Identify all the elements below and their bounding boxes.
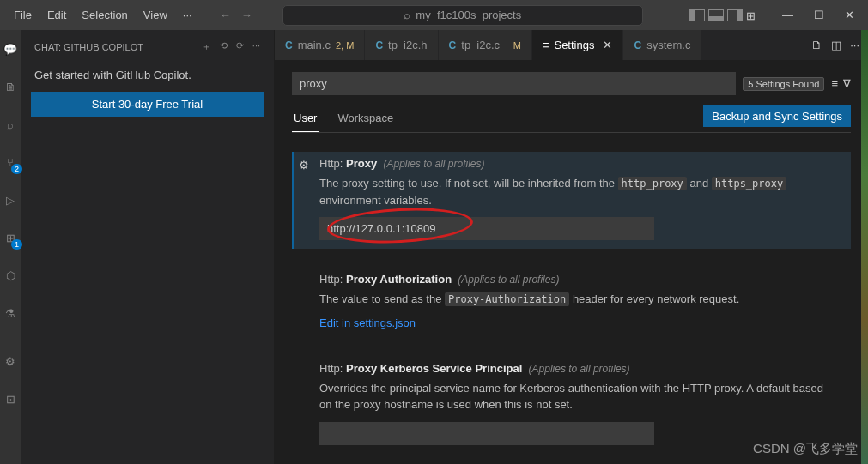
- split-editor-icon[interactable]: ◫: [831, 39, 841, 51]
- tab-tp-i2c-h[interactable]: Ctp_i2c.h: [365, 30, 438, 60]
- open-file-icon[interactable]: 🗋: [811, 39, 822, 51]
- chat-icon[interactable]: 💬: [2, 40, 19, 57]
- setting-name: Proxy Kerberos Service Principal: [346, 362, 522, 375]
- menu-view[interactable]: View: [137, 5, 174, 25]
- remote-icon[interactable]: ⬡: [2, 267, 19, 284]
- desktop-edge: [861, 30, 868, 464]
- edit-in-settings-json-link[interactable]: Edit in settings.json: [319, 316, 416, 329]
- tab-label: tp_i2c.c: [461, 39, 500, 51]
- ext-badge: 1: [11, 239, 22, 250]
- watermark: CSDN @飞多学堂: [753, 441, 858, 457]
- close-icon[interactable]: ✕: [603, 39, 612, 51]
- setting-proxy-authorization: Http: Proxy Authorization (Applies to al…: [292, 268, 851, 338]
- c-file-icon: C: [634, 39, 641, 51]
- git-status: M: [513, 40, 521, 51]
- layout-customize-icon[interactable]: ⊞: [746, 9, 762, 21]
- editor-area: Cmain.c2, M Ctp_i2c.h Ctp_i2c.c M ≡Setti…: [275, 30, 868, 464]
- search-icon: ⌕: [404, 9, 410, 21]
- tab-actions: 🗋 ◫ ···: [803, 30, 868, 60]
- scope-user[interactable]: User: [292, 106, 319, 132]
- backup-sync-button[interactable]: Backup and Sync Settings: [703, 105, 851, 127]
- window-controls: ⊞ — ☐ ✕: [689, 3, 861, 27]
- clear-search-icon[interactable]: ≡: [831, 77, 838, 90]
- maximize-icon[interactable]: ☐: [807, 3, 831, 27]
- new-chat-icon[interactable]: ＋: [202, 40, 211, 53]
- refresh-icon[interactable]: ⟳: [236, 40, 244, 53]
- minimize-icon[interactable]: —: [775, 3, 800, 27]
- title-bar: File Edit Selection View ··· ← → ⌕ my_f1…: [0, 0, 868, 30]
- sidebar-title: CHAT: GITHUB COPILOT: [34, 42, 143, 52]
- run-icon[interactable]: ▷: [2, 191, 19, 208]
- menu-more[interactable]: ···: [176, 5, 199, 25]
- layout-secondary-icon[interactable]: [727, 9, 743, 21]
- command-center-text: my_f1c100s_projects: [416, 9, 521, 21]
- other-icon[interactable]: ⊡: [2, 390, 19, 407]
- setting-description: The proxy setting to use. If not set, wi…: [319, 175, 837, 208]
- tab-settings[interactable]: ≡Settings✕: [532, 30, 624, 60]
- settings-gear-icon[interactable]: ⚙: [2, 353, 19, 370]
- setting-name: Proxy Authorization: [346, 273, 452, 286]
- settings-search-input[interactable]: [292, 72, 736, 95]
- setting-hint: (Applies to all profiles): [458, 274, 559, 286]
- setting-description: Overrides the principal service name for…: [319, 380, 837, 413]
- copilot-message: Get started with GitHub Copilot.: [31, 63, 264, 92]
- kerberos-input[interactable]: [319, 422, 654, 445]
- c-file-icon: C: [449, 39, 457, 51]
- c-file-icon: C: [375, 39, 383, 51]
- code-literal: Proxy-Authorization: [445, 292, 569, 306]
- search-icon[interactable]: ⌕: [2, 116, 19, 133]
- gear-icon[interactable]: ⚙: [299, 159, 309, 172]
- menu-file[interactable]: File: [7, 5, 39, 25]
- nav-back-icon[interactable]: ←: [220, 9, 231, 21]
- menu-selection[interactable]: Selection: [75, 5, 134, 25]
- extensions-icon[interactable]: ⊞1: [2, 229, 19, 246]
- tab-label: main.c: [298, 39, 331, 51]
- http-proxy-input[interactable]: [319, 217, 654, 240]
- more-actions-icon[interactable]: ···: [850, 39, 859, 51]
- scm-badge: 2: [11, 164, 22, 174]
- setting-hint: (Applies to all profiles): [383, 158, 484, 170]
- sidebar: CHAT: GITHUB COPILOT ＋ ⟲ ⟳ ··· Get start…: [21, 30, 275, 464]
- test-icon[interactable]: ⚗: [2, 304, 19, 322]
- settings-scope-tabs: User Workspace Backup and Sync Settings: [292, 105, 851, 133]
- explorer-icon[interactable]: 🗎: [2, 78, 19, 95]
- start-trial-button[interactable]: Start 30-day Free Trial: [31, 92, 264, 117]
- source-control-icon[interactable]: ⑂2: [2, 154, 19, 171]
- setting-http-proxy: ⚙ Http: Proxy (Applies to all profiles) …: [292, 152, 851, 249]
- c-file-icon: C: [285, 39, 293, 51]
- tab-system-c[interactable]: Csystem.c: [623, 30, 701, 60]
- editor-tabs: Cmain.c2, M Ctp_i2c.h Ctp_i2c.c M ≡Setti…: [275, 30, 868, 60]
- results-count-badge: 5 Settings Found: [743, 77, 824, 91]
- setting-name: Proxy: [346, 157, 377, 170]
- tab-main-c[interactable]: Cmain.c2, M: [275, 30, 365, 60]
- tab-label: system.c: [646, 39, 690, 51]
- setting-category: Http:: [319, 362, 343, 375]
- settings-icon: ≡: [543, 39, 549, 51]
- command-center[interactable]: ⌕ my_f1c100s_projects: [282, 5, 643, 26]
- tab-tp-i2c-c[interactable]: Ctp_i2c.c M: [439, 30, 532, 60]
- history-icon[interactable]: ⟲: [220, 40, 228, 53]
- menu-edit[interactable]: Edit: [40, 5, 73, 25]
- setting-category: Http:: [319, 157, 343, 170]
- setting-proxy-kerberos: Http: Proxy Kerberos Service Principal (…: [292, 357, 851, 454]
- tab-label: tp_i2c.h: [388, 39, 428, 51]
- setting-description: The value to send as the Proxy-Authoriza…: [319, 291, 837, 308]
- git-status: 2, M: [336, 40, 354, 51]
- settings-editor: 5 Settings Found ≡ ∇ User Workspace Back…: [275, 60, 868, 464]
- close-icon[interactable]: ✕: [838, 3, 861, 27]
- setting-hint: (Applies to all profiles): [529, 363, 630, 375]
- code-literal: http_proxy: [618, 177, 687, 190]
- activity-bar: 💬 🗎 ⌕ ⑂2 ▷ ⊞1 ⬡ ⚗ ⚙ ⊡: [0, 30, 21, 464]
- code-literal: https_proxy: [712, 177, 786, 190]
- filter-icon[interactable]: ∇: [843, 77, 851, 90]
- setting-category: Http:: [319, 273, 343, 286]
- layout-primary-icon[interactable]: [689, 9, 705, 21]
- tab-label: Settings: [554, 39, 594, 51]
- layout-panel-icon[interactable]: [708, 9, 724, 21]
- nav-forward-icon[interactable]: →: [241, 9, 252, 21]
- nav-arrows: ← →: [220, 9, 252, 21]
- more-icon[interactable]: ···: [252, 40, 260, 53]
- layout-controls: ⊞: [689, 9, 762, 21]
- menu-bar: File Edit Selection View ···: [7, 5, 199, 25]
- scope-workspace[interactable]: Workspace: [336, 106, 395, 131]
